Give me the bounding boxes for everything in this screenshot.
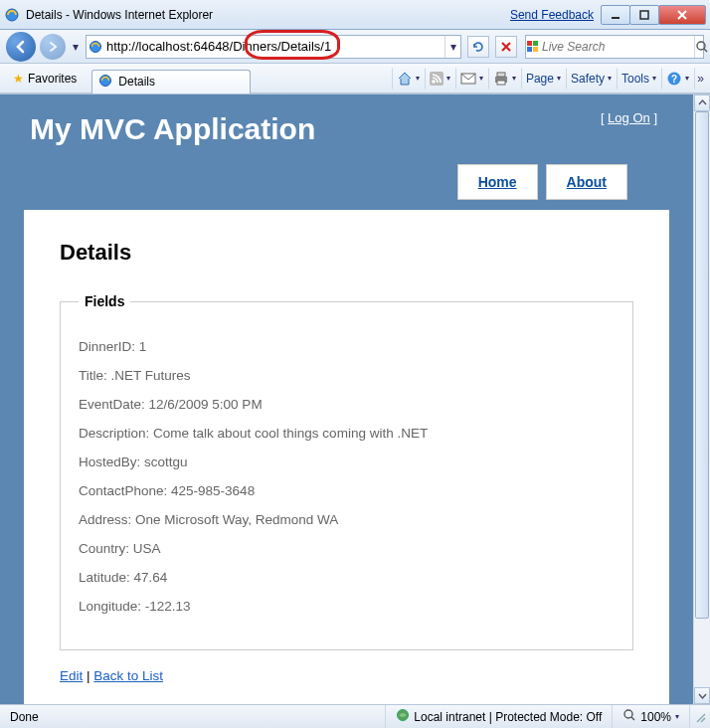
zoom-value: 100% xyxy=(640,710,671,724)
status-zoom[interactable]: 100% ▾ xyxy=(613,705,690,728)
svg-point-0 xyxy=(6,9,18,21)
svg-point-19 xyxy=(624,710,632,718)
nav-home[interactable]: Home xyxy=(457,164,538,200)
address-input[interactable] xyxy=(104,37,444,56)
nav-about[interactable]: About xyxy=(546,164,627,200)
page-icon xyxy=(87,40,104,54)
scroll-thumb[interactable] xyxy=(695,111,709,619)
field-title: Title: .NET Futures xyxy=(79,368,615,383)
field-description: Description: Come talk about cool things… xyxy=(79,426,615,441)
window-title: Details - Windows Internet Explorer xyxy=(26,8,213,22)
field-country: Country: USA xyxy=(79,541,615,556)
status-bar: Done Local intranet | Protected Mode: Of… xyxy=(0,704,710,728)
zone-icon xyxy=(396,708,410,725)
nav-history-dropdown[interactable]: ▾ xyxy=(70,40,82,54)
svg-rect-6 xyxy=(527,47,532,52)
command-overflow[interactable]: » xyxy=(694,68,706,90)
zoom-dropdown-icon: ▾ xyxy=(675,712,679,721)
maximize-button[interactable] xyxy=(629,5,659,25)
mail-button[interactable]: ▾ xyxy=(455,68,488,90)
logon-area: [ Log On ] xyxy=(601,110,657,125)
browser-tab[interactable]: Details xyxy=(91,70,251,93)
favorites-button[interactable]: ★ Favorites xyxy=(4,68,86,90)
scroll-track[interactable] xyxy=(694,111,710,687)
field-longitude: Longitude: -122.13 xyxy=(79,599,615,614)
help-button[interactable]: ?▾ xyxy=(661,68,694,90)
svg-rect-1 xyxy=(612,17,620,19)
logon-link[interactable]: Log On xyxy=(608,110,650,125)
page-heading: Details xyxy=(60,240,633,266)
command-bar: ★ Favorites Details ▾ ▾ ▾ ▾ Page▾ Safety… xyxy=(0,64,710,93)
field-dinnerid: DinnerID: 1 xyxy=(79,339,615,354)
resize-grip[interactable] xyxy=(690,710,710,724)
stop-button[interactable] xyxy=(495,36,517,58)
star-icon: ★ xyxy=(13,72,24,86)
svg-text:?: ? xyxy=(671,74,677,85)
search-provider-icon xyxy=(526,40,540,54)
search-input[interactable] xyxy=(540,38,694,56)
safety-menu[interactable]: Safety▾ xyxy=(566,68,617,90)
svg-rect-10 xyxy=(430,72,444,86)
search-button[interactable] xyxy=(694,36,709,58)
favorites-label: Favorites xyxy=(28,72,77,86)
address-dropdown[interactable]: ▾ xyxy=(444,36,460,58)
scroll-up-button[interactable] xyxy=(694,94,710,111)
back-to-list-link[interactable]: Back to List xyxy=(93,668,163,683)
status-done: Done xyxy=(0,705,386,728)
svg-rect-12 xyxy=(461,74,475,84)
svg-rect-14 xyxy=(497,73,505,77)
scroll-down-button[interactable] xyxy=(694,687,710,704)
page-content: [ Log On ] My MVC Application Home About… xyxy=(0,94,693,704)
svg-point-18 xyxy=(398,710,409,721)
forward-button[interactable] xyxy=(40,34,66,60)
ie-icon xyxy=(4,7,20,23)
close-button[interactable] xyxy=(658,5,706,25)
field-hostedby: HostedBy: scottgu xyxy=(79,455,615,469)
status-zone-text: Local intranet | Protected Mode: Off xyxy=(414,710,602,724)
fieldset-legend: Fields xyxy=(79,293,130,309)
tab-page-icon xyxy=(98,74,112,91)
svg-point-16 xyxy=(668,72,681,85)
svg-rect-13 xyxy=(495,77,507,83)
tab-title: Details xyxy=(118,75,155,89)
svg-point-3 xyxy=(90,41,101,52)
window-titlebar: Details - Windows Internet Explorer Send… xyxy=(0,0,710,30)
svg-rect-2 xyxy=(640,11,648,19)
tools-menu[interactable]: Tools▾ xyxy=(617,68,661,90)
refresh-button[interactable] xyxy=(467,36,489,58)
field-contactphone: ContactPhone: 425-985-3648 xyxy=(79,483,615,498)
content-viewport: [ Log On ] My MVC Application Home About… xyxy=(0,93,710,704)
svg-point-8 xyxy=(697,42,705,50)
svg-rect-15 xyxy=(497,81,505,85)
svg-rect-7 xyxy=(533,47,538,52)
status-zone: Local intranet | Protected Mode: Off xyxy=(386,705,613,728)
search-bar xyxy=(525,35,704,59)
edit-link[interactable]: Edit xyxy=(60,668,83,683)
home-button[interactable]: ▾ xyxy=(392,68,425,90)
back-button[interactable] xyxy=(6,32,36,62)
field-latitude: Latitude: 47.64 xyxy=(79,570,615,585)
svg-rect-4 xyxy=(527,41,532,46)
action-links: Edit | Back to List xyxy=(60,668,633,683)
print-button[interactable]: ▾ xyxy=(488,68,521,90)
minimize-button[interactable] xyxy=(601,5,630,25)
address-bar: ▾ xyxy=(86,35,461,59)
zoom-icon xyxy=(622,708,636,725)
svg-point-11 xyxy=(432,80,436,84)
svg-rect-5 xyxy=(533,41,538,46)
details-fieldset: Fields DinnerID: 1 Title: .NET Futures E… xyxy=(60,293,633,650)
page-menu[interactable]: Page▾ xyxy=(521,68,566,90)
field-address: Address: One Microsoft Way, Redmond WA xyxy=(79,512,615,527)
send-feedback-link[interactable]: Send Feedback xyxy=(510,8,594,22)
app-title: My MVC Application xyxy=(30,112,663,146)
navigation-bar: ▾ ▾ xyxy=(0,30,710,64)
svg-point-9 xyxy=(100,75,111,86)
feeds-button[interactable]: ▾ xyxy=(425,68,455,90)
vertical-scrollbar[interactable] xyxy=(693,94,710,704)
field-eventdate: EventDate: 12/6/2009 5:00 PM xyxy=(79,397,615,412)
